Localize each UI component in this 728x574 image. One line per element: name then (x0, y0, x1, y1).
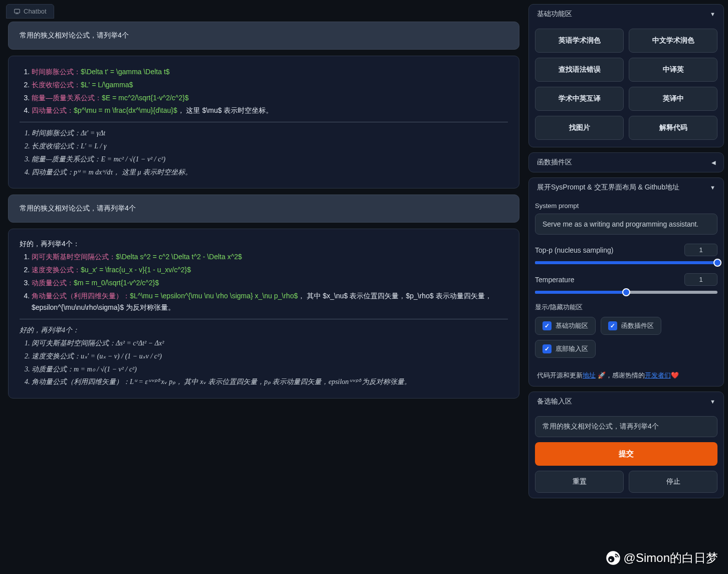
list-item: 角动量公式（利用四维矢量）：Lᵘ = εᵘᵛᵖᵟ xᵥ pₚ， 其中 xᵥ 表示… (32, 376, 508, 388)
topp-value[interactable]: 1 (684, 244, 717, 256)
temperature-label: Temperature (535, 276, 575, 284)
sysprompt-label: System prompt (535, 202, 717, 210)
func-button[interactable]: 中译英 (629, 58, 717, 82)
sysprompt-input[interactable] (535, 214, 717, 235)
checkbox-icon: ✓ (608, 321, 617, 330)
panel-header[interactable]: 函数插件区 ◀ (529, 153, 723, 172)
func-button[interactable]: 中文学术润色 (629, 29, 717, 53)
divider (20, 122, 508, 122)
chat-area: 常用的狭义相对论公式，请列举4个 时间膨胀公式：$\Delta t' = \ga… (4, 22, 523, 399)
repo-link[interactable]: 地址 (583, 371, 596, 379)
panel-title: 备选输入区 (537, 397, 572, 406)
chevron-down-icon: ▼ (710, 11, 715, 17)
list-item: 动质量公式：$m = m_0/\sqrt{1-v^2/c^2}$ (32, 277, 508, 289)
list-item: 时间膨胀公式：Δt′ = γΔt (32, 127, 508, 139)
checkbox-icon: ✓ (542, 344, 552, 353)
toggle-title: 显示/隐藏功能区 (535, 303, 717, 312)
tab-chatbot[interactable]: Chatbot (6, 4, 54, 19)
visibility-check[interactable]: ✓ 底部输入区 (535, 340, 596, 358)
func-button[interactable]: 学术中英互译 (535, 87, 624, 111)
list-item: 动质量公式：m = m₀ / √(1 − v² / c²) (32, 363, 508, 375)
list-item: 能量—质量关系公式：$E = mc^2/\sqrt{1-v^2/c^2}$ (32, 92, 508, 104)
svg-rect-0 (15, 9, 20, 13)
chat-icon (14, 8, 21, 15)
visibility-check[interactable]: ✓ 基础功能区 (535, 317, 596, 335)
panel-header[interactable]: 备选输入区 ▼ (529, 392, 723, 411)
func-button[interactable]: 找图片 (535, 116, 624, 140)
stop-button[interactable]: 停止 (629, 471, 717, 493)
tab-bar: Chatbot (4, 4, 523, 19)
panel-header[interactable]: 基础功能区 ▼ (529, 5, 723, 24)
list-item: 闵可夫斯基时空间隔公式：$\Delta s^2 = c^2 \Delta t^2… (32, 251, 508, 263)
list-item: 时间膨胀公式：$\Delta t' = \gamma \Delta t$ (32, 66, 508, 78)
tab-label: Chatbot (24, 8, 47, 15)
list-item: 速度变换公式：uₓ′ = (uₓ − v) / (1 − uₓv / c²) (32, 350, 508, 362)
list-item: 长度收缩公式：L′ = L / γ (32, 140, 508, 152)
rocket-icon: 🚀 (598, 371, 606, 379)
list-item: 速度变换公式：$u_x' = \frac{u_x - v}{1 - u_xv/c… (32, 264, 508, 276)
panel-title: 函数插件区 (537, 158, 572, 167)
heart-icon: ❤️ (671, 371, 679, 379)
topp-slider[interactable] (535, 261, 717, 264)
temperature-slider[interactable] (535, 291, 717, 294)
func-button[interactable]: 查找语法错误 (535, 58, 624, 82)
list-item: 闵可夫斯基时空间隔公式：Δs² = c²Δt² − Δx² (32, 337, 508, 349)
assistant-message: 好的，再列举4个： 闵可夫斯基时空间隔公式：$\Delta s^2 = c^2 … (8, 229, 519, 399)
user-message: 常用的狭义相对论公式，请列举4个 (8, 22, 519, 50)
list-item: 四动量公式：pᵘ = m dxᵘ/dτ， 这里 μ 表示时空坐标。 (32, 166, 508, 178)
list-item: 角动量公式（利用四维矢量）：$L^\mu = \epsilon^{\mu \nu… (32, 290, 508, 314)
chevron-left-icon: ◀ (711, 159, 715, 166)
list-item: 四动量公式：$p^\mu = m \frac{dx^\mu}{d\tau}$， … (32, 105, 508, 117)
user-message: 常用的狭义相对论公式，请再列举4个 (8, 195, 519, 223)
panel-input: 备选输入区 ▼ 提交 重置 停止 (528, 392, 724, 498)
func-button[interactable]: 英译中 (629, 87, 717, 111)
assistant-message: 时间膨胀公式：$\Delta t' = \gamma \Delta t$ 长度收… (8, 56, 519, 188)
reset-button[interactable]: 重置 (535, 471, 624, 493)
panel-title: 基础功能区 (537, 10, 572, 19)
divider (20, 319, 508, 319)
visibility-check[interactable]: ✓ 函数插件区 (601, 317, 661, 335)
panel-settings: 展开SysPrompt & 交互界面布局 & Github地址 ▼ System… (528, 177, 724, 387)
panel-header[interactable]: 展开SysPrompt & 交互界面布局 & Github地址 ▼ (529, 178, 723, 197)
prompt-input[interactable] (535, 416, 717, 437)
intro-text: 好的，再列举4个： (20, 324, 508, 336)
temperature-value[interactable]: 1 (684, 273, 717, 286)
func-button[interactable]: 解释代码 (629, 116, 717, 140)
footer-links: 代码开源和更新地址 🚀，感谢热情的开发者们❤️ (529, 365, 723, 386)
topp-label: Top-p (nucleus sampling) (535, 246, 613, 254)
chevron-down-icon: ▼ (710, 184, 715, 190)
chevron-down-icon: ▼ (710, 399, 715, 405)
panel-basic-functions: 基础功能区 ▼ 英语学术润色 中文学术润色 查找语法错误 中译英 学术中英互译 … (528, 4, 724, 147)
checkbox-icon: ✓ (542, 321, 552, 330)
submit-button[interactable]: 提交 (535, 442, 717, 466)
func-button[interactable]: 英语学术润色 (535, 29, 624, 53)
panel-title: 展开SysPrompt & 交互界面布局 & Github地址 (537, 183, 679, 192)
devs-link[interactable]: 开发者们 (645, 371, 671, 379)
intro-text: 好的，再列举4个： (20, 238, 508, 250)
list-item: 长度收缩公式：$L' = L/\gamma$ (32, 79, 508, 91)
panel-plugins: 函数插件区 ◀ (528, 152, 724, 172)
list-item: 能量—质量关系公式：E = mc² / √(1 − v² / c²) (32, 153, 508, 165)
